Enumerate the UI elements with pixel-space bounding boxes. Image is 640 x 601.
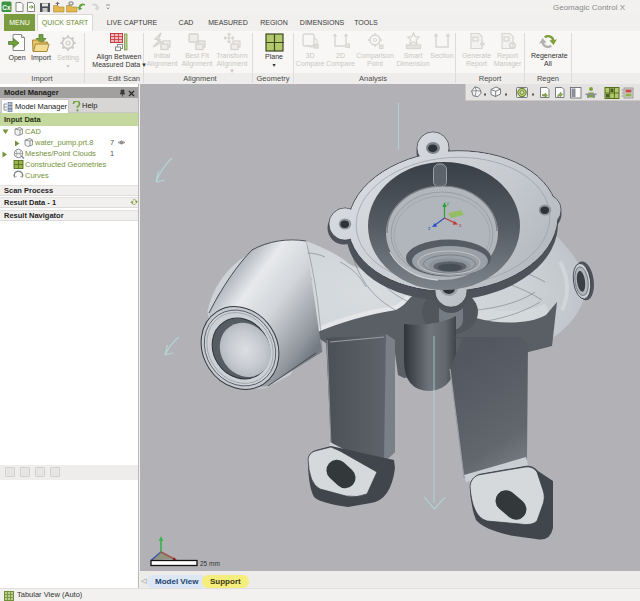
svg-text:25 mm: 25 mm [200, 560, 220, 567]
svg-text:Meshes/Point Clouds: Meshes/Point Clouds [25, 149, 96, 158]
svg-text:water_pump.prt.8: water_pump.prt.8 [34, 138, 93, 147]
svg-text:CAD: CAD [25, 127, 41, 136]
svg-text:1: 1 [110, 149, 114, 158]
svg-text:Cx: Cx [2, 4, 11, 11]
svg-text:Curves: Curves [25, 171, 49, 180]
svg-text:Constructed Geometries: Constructed Geometries [25, 160, 107, 169]
svg-text:7: 7 [110, 138, 114, 147]
